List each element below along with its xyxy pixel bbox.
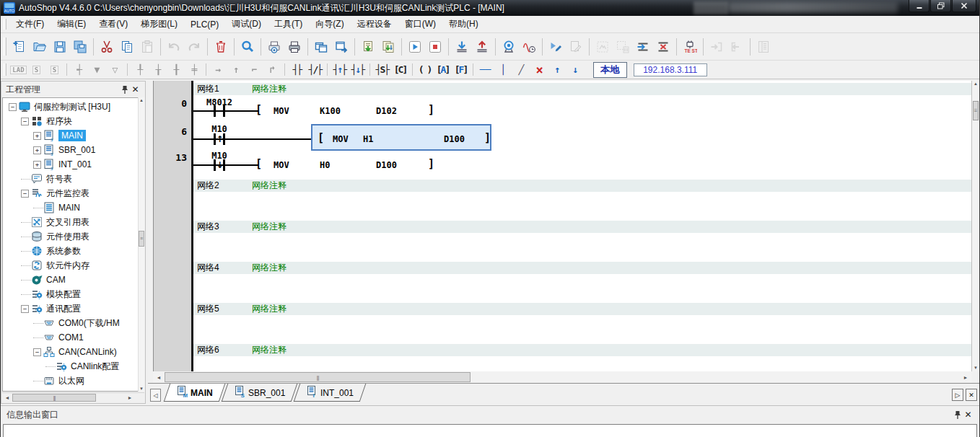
instruction-opcode[interactable]: MOV bbox=[333, 134, 349, 144]
tree-item-sbr_001[interactable]: +sSBR_001 bbox=[3, 143, 144, 157]
find-button[interactable] bbox=[237, 37, 258, 57]
close-panel-icon[interactable]: ✕ bbox=[963, 410, 974, 420]
close-button[interactable] bbox=[952, 0, 976, 12]
sidebar-horizontal-scrollbar[interactable]: ◄ ||| ► bbox=[2, 392, 144, 402]
network-comment[interactable]: 网络注释 bbox=[252, 83, 286, 95]
local-connection-button[interactable]: 本地 bbox=[593, 62, 627, 78]
collapse-icon[interactable]: − bbox=[21, 118, 29, 125]
line-horizontal-button[interactable]: ── bbox=[476, 63, 494, 77]
pin-icon[interactable] bbox=[119, 84, 130, 95]
open-project-button[interactable] bbox=[30, 37, 50, 57]
edit-button[interactable] bbox=[566, 37, 586, 57]
tree-item-int_001[interactable]: +sINT_001 bbox=[3, 157, 144, 172]
tab-sbr_001[interactable]: SSBR_001 bbox=[221, 384, 297, 402]
network-comment[interactable]: 网络注释 bbox=[252, 344, 286, 356]
network-header[interactable]: 网络4网络注释 bbox=[193, 262, 971, 274]
window-cascade-button[interactable] bbox=[311, 37, 331, 57]
instruction-operand[interactable]: D100 bbox=[444, 134, 465, 144]
test-button[interactable]: TE ST bbox=[680, 37, 700, 57]
save-all-button[interactable] bbox=[70, 37, 90, 57]
expand-icon[interactable]: + bbox=[33, 146, 41, 154]
convert-button[interactable] bbox=[592, 37, 613, 57]
function-box-button[interactable]: [F] bbox=[452, 63, 470, 77]
line-vertical-button[interactable]: │ bbox=[494, 63, 512, 77]
tree-item-cam[interactable]: CAM bbox=[3, 273, 144, 287]
tree-item-[interactable]: 模块配置 bbox=[3, 287, 144, 301]
line-up-button[interactable]: ↑ bbox=[548, 63, 566, 77]
menu-item-4[interactable]: 梯形图(L) bbox=[134, 16, 184, 32]
collapse-icon[interactable]: − bbox=[21, 305, 29, 313]
network-comment[interactable]: 网络注释 bbox=[252, 180, 286, 192]
output-message-area[interactable] bbox=[3, 424, 977, 437]
tab-close-button[interactable]: ✕ bbox=[966, 389, 977, 401]
contact-nc-button[interactable]: ┤/├ bbox=[306, 63, 324, 77]
menu-item-10[interactable]: 窗口(W) bbox=[398, 16, 442, 32]
download-button[interactable] bbox=[452, 37, 472, 57]
menu-item-11[interactable]: 帮助(H) bbox=[442, 16, 485, 32]
wire-right-button[interactable]: → bbox=[209, 63, 227, 77]
network-header[interactable]: 网络5网络注释 bbox=[193, 303, 971, 315]
tree-item-com1[interactable]: COM1 bbox=[3, 330, 144, 345]
delete-element-button[interactable]: × bbox=[530, 63, 548, 77]
paste-button[interactable] bbox=[137, 37, 157, 57]
window-new-button[interactable] bbox=[331, 37, 351, 57]
memory-view-button[interactable] bbox=[753, 37, 774, 57]
scroll-up-icon[interactable]: ▲ bbox=[972, 81, 979, 86]
tree-item-[interactable]: 元件使用表 bbox=[3, 229, 144, 244]
instruction-operand[interactable]: H0 bbox=[320, 160, 330, 170]
write-monitor-button[interactable] bbox=[546, 37, 566, 57]
delete-row-button[interactable] bbox=[653, 37, 673, 57]
network-comment[interactable]: 网络注释 bbox=[252, 221, 286, 233]
network-header[interactable]: 网络2网络注释 bbox=[193, 180, 971, 192]
compile-button[interactable] bbox=[358, 37, 378, 57]
rung-join-button[interactable]: ╂ bbox=[167, 63, 185, 77]
sfc-step-button[interactable]: S bbox=[45, 63, 64, 77]
scrollbar-thumb[interactable]: ||| bbox=[165, 372, 471, 382]
tab-main[interactable]: MMAIN bbox=[164, 384, 225, 402]
sfc-view-button[interactable]: S bbox=[27, 63, 45, 77]
network-comment[interactable]: 网络注释 bbox=[252, 262, 286, 274]
collapse-icon[interactable]: − bbox=[21, 190, 29, 198]
tree-item-[interactable]: −程序块 bbox=[3, 114, 144, 128]
menu-item-2[interactable]: 编辑(E) bbox=[51, 16, 92, 32]
scroll-left-icon[interactable]: ◄ bbox=[154, 372, 164, 382]
contact-no-button[interactable]: ┤├ bbox=[288, 63, 306, 77]
rung-split-button[interactable]: ╪ bbox=[185, 63, 203, 77]
instruction-opcode[interactable]: MOV bbox=[274, 160, 289, 170]
tree-item-[interactable]: 系统参数 bbox=[3, 244, 144, 258]
menu-item-5[interactable]: PLC(P) bbox=[184, 17, 225, 32]
lad-view-button[interactable]: LAD bbox=[9, 63, 27, 77]
expand-icon[interactable]: + bbox=[33, 132, 41, 140]
applied-instruction-button[interactable]: [A] bbox=[434, 63, 452, 77]
counter-box-button[interactable]: [C] bbox=[391, 63, 409, 77]
tab-scroll-left-button[interactable]: ◁ bbox=[150, 389, 161, 402]
contact-device-label[interactable]: M10 bbox=[197, 152, 242, 160]
line-down-button[interactable]: ↓ bbox=[566, 63, 585, 77]
network-header[interactable]: 网络1网络注释 bbox=[193, 83, 971, 95]
wire-corner-button[interactable]: ⌐ bbox=[245, 63, 263, 77]
tree-item-[interactable]: 交叉引用表 bbox=[3, 215, 144, 229]
contact-device-label[interactable]: M10 bbox=[197, 125, 242, 133]
tree-item-[interactable]: 以太网 bbox=[3, 374, 144, 388]
run-button[interactable] bbox=[405, 37, 425, 57]
branch-down-button[interactable]: ▼ bbox=[88, 63, 106, 77]
export-button[interactable] bbox=[727, 37, 747, 57]
contact-set-button[interactable]: ┤S├ bbox=[373, 63, 391, 77]
monitor-button[interactable] bbox=[499, 37, 519, 57]
branch-insert-button[interactable]: ┽ bbox=[70, 63, 88, 77]
pin-icon[interactable] bbox=[952, 410, 963, 420]
restore-button[interactable] bbox=[930, 0, 951, 12]
menu-item-8[interactable]: 向导(Z) bbox=[309, 16, 350, 32]
minimize-button[interactable] bbox=[909, 0, 929, 12]
instruction-operand[interactable]: D102 bbox=[376, 106, 397, 116]
scrollbar-thumb[interactable]: ≡ bbox=[973, 101, 979, 120]
undo-button[interactable] bbox=[164, 37, 184, 57]
network-header[interactable]: 网络3网络注释 bbox=[193, 221, 971, 233]
rung-insert-down-button[interactable]: ╁ bbox=[149, 63, 167, 77]
close-panel-icon[interactable]: ✕ bbox=[130, 84, 141, 95]
import-button[interactable] bbox=[706, 37, 727, 57]
wire-corner-up-button[interactable]: ↱ bbox=[263, 63, 281, 77]
tree-item-[interactable]: −通讯配置 bbox=[3, 301, 144, 316]
instruction-operand[interactable]: H1 bbox=[363, 134, 373, 144]
editor-horizontal-scrollbar[interactable]: ◄ ||| ► bbox=[153, 371, 971, 383]
